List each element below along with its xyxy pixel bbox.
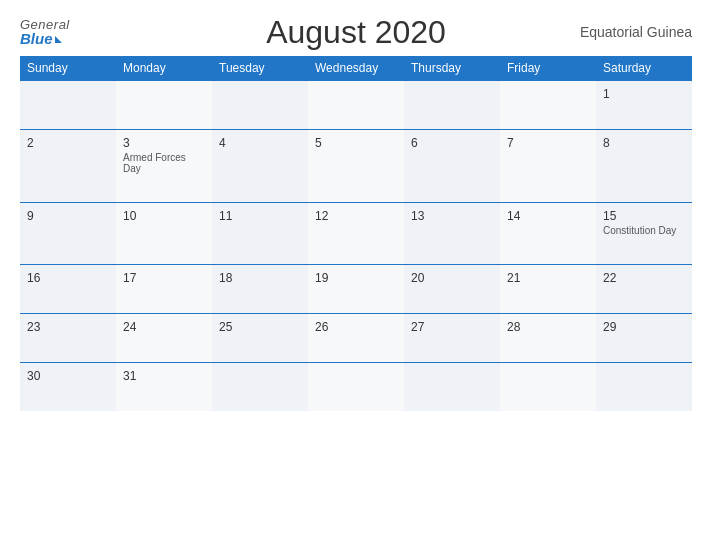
day-cell: 12: [308, 203, 404, 265]
day-number: 28: [507, 320, 589, 334]
day-number: 7: [507, 136, 589, 150]
day-event: Constitution Day: [603, 225, 685, 236]
day-cell: 7: [500, 130, 596, 203]
weekday-header-sunday: Sunday: [20, 56, 116, 81]
week-row-4: 23242526272829: [20, 314, 692, 363]
day-number: 24: [123, 320, 205, 334]
day-cell: 24: [116, 314, 212, 363]
week-row-3: 16171819202122: [20, 265, 692, 314]
day-cell: 11: [212, 203, 308, 265]
day-cell: 30: [20, 363, 116, 412]
day-number: 23: [27, 320, 109, 334]
day-cell: 26: [308, 314, 404, 363]
day-cell: 5: [308, 130, 404, 203]
day-number: 1: [603, 87, 685, 101]
day-cell: 23: [20, 314, 116, 363]
week-row-0: 1: [20, 81, 692, 130]
weekday-header-saturday: Saturday: [596, 56, 692, 81]
day-cell: 21: [500, 265, 596, 314]
day-cell: [404, 81, 500, 130]
day-cell: 2: [20, 130, 116, 203]
day-cell: 14: [500, 203, 596, 265]
day-cell: 10: [116, 203, 212, 265]
day-number: 14: [507, 209, 589, 223]
day-number: 9: [27, 209, 109, 223]
day-number: 27: [411, 320, 493, 334]
day-cell: 18: [212, 265, 308, 314]
day-event: Armed Forces Day: [123, 152, 205, 174]
weekday-header-tuesday: Tuesday: [212, 56, 308, 81]
week-row-2: 9101112131415Constitution Day: [20, 203, 692, 265]
day-number: 29: [603, 320, 685, 334]
day-cell: 1: [596, 81, 692, 130]
day-number: 31: [123, 369, 205, 383]
day-cell: 6: [404, 130, 500, 203]
weekday-header-row: SundayMondayTuesdayWednesdayThursdayFrid…: [20, 56, 692, 81]
calendar-country: Equatorial Guinea: [580, 24, 692, 40]
day-cell: [212, 363, 308, 412]
day-number: 11: [219, 209, 301, 223]
logo: General Blue: [20, 18, 70, 46]
calendar-container: General Blue August 2020 Equatorial Guin…: [0, 0, 712, 550]
day-number: 19: [315, 271, 397, 285]
day-number: 25: [219, 320, 301, 334]
day-cell: [20, 81, 116, 130]
calendar-header: General Blue August 2020 Equatorial Guin…: [20, 18, 692, 46]
weekday-header-thursday: Thursday: [404, 56, 500, 81]
day-number: 10: [123, 209, 205, 223]
day-number: 16: [27, 271, 109, 285]
day-cell: 29: [596, 314, 692, 363]
day-number: 6: [411, 136, 493, 150]
day-number: 20: [411, 271, 493, 285]
day-cell: 3Armed Forces Day: [116, 130, 212, 203]
day-number: 22: [603, 271, 685, 285]
calendar-body: 123Armed Forces Day456789101112131415Con…: [20, 81, 692, 412]
day-cell: [500, 363, 596, 412]
weekday-header-monday: Monday: [116, 56, 212, 81]
day-cell: 19: [308, 265, 404, 314]
day-number: 13: [411, 209, 493, 223]
day-cell: [308, 363, 404, 412]
weekday-header-wednesday: Wednesday: [308, 56, 404, 81]
day-cell: [116, 81, 212, 130]
calendar-grid: SundayMondayTuesdayWednesdayThursdayFrid…: [20, 56, 692, 411]
day-number: 18: [219, 271, 301, 285]
day-cell: 31: [116, 363, 212, 412]
day-cell: [308, 81, 404, 130]
day-cell: 27: [404, 314, 500, 363]
day-number: 12: [315, 209, 397, 223]
day-number: 3: [123, 136, 205, 150]
day-cell: 22: [596, 265, 692, 314]
day-cell: 9: [20, 203, 116, 265]
day-cell: 20: [404, 265, 500, 314]
logo-triangle-icon: [55, 36, 62, 43]
day-number: 8: [603, 136, 685, 150]
day-cell: 17: [116, 265, 212, 314]
day-cell: 8: [596, 130, 692, 203]
week-row-5: 3031: [20, 363, 692, 412]
day-number: 4: [219, 136, 301, 150]
day-cell: 28: [500, 314, 596, 363]
weekday-header-friday: Friday: [500, 56, 596, 81]
day-cell: 16: [20, 265, 116, 314]
day-number: 15: [603, 209, 685, 223]
calendar-title: August 2020: [266, 14, 446, 51]
day-number: 17: [123, 271, 205, 285]
day-cell: [212, 81, 308, 130]
day-number: 30: [27, 369, 109, 383]
logo-blue-text: Blue: [20, 31, 62, 46]
day-number: 2: [27, 136, 109, 150]
day-cell: [404, 363, 500, 412]
day-cell: 15Constitution Day: [596, 203, 692, 265]
day-cell: [500, 81, 596, 130]
week-row-1: 23Armed Forces Day45678: [20, 130, 692, 203]
day-cell: 13: [404, 203, 500, 265]
day-number: 26: [315, 320, 397, 334]
day-cell: 25: [212, 314, 308, 363]
day-cell: 4: [212, 130, 308, 203]
day-number: 21: [507, 271, 589, 285]
day-number: 5: [315, 136, 397, 150]
day-cell: [596, 363, 692, 412]
